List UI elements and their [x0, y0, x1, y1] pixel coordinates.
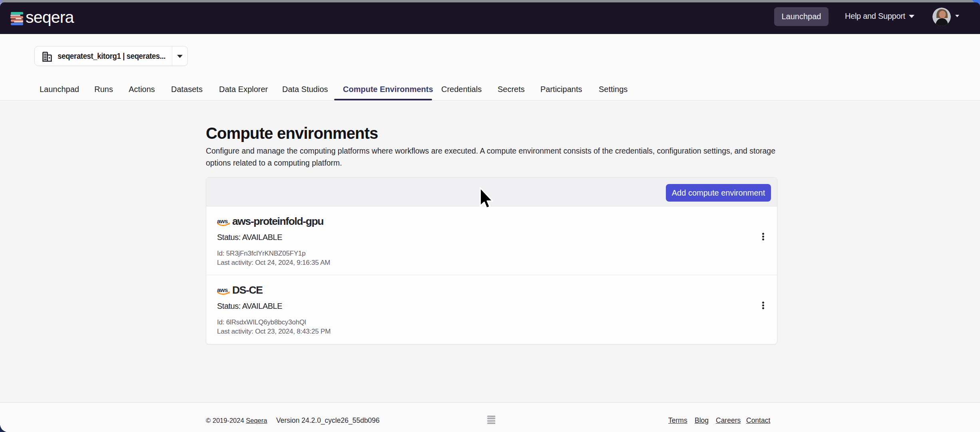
svg-text:aws: aws	[217, 287, 228, 293]
svg-text:aws: aws	[217, 218, 228, 224]
